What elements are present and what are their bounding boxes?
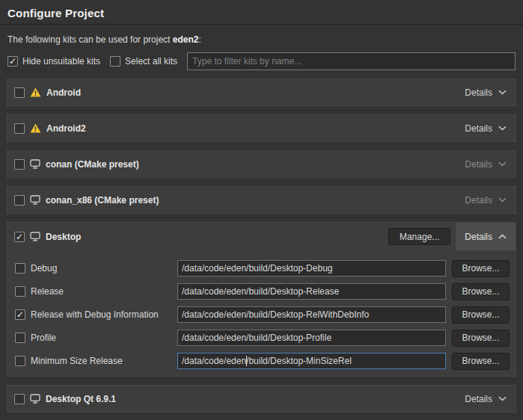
hide-unsuitable-group: Hide unsuitable kits xyxy=(7,56,100,67)
kit-row-desktop-qt: Desktop Qt 6.9.1 Details xyxy=(7,385,516,413)
filter-controls: Hide unsuitable kits Select all kits xyxy=(7,52,516,70)
details-label: Details xyxy=(465,195,492,206)
browse-button[interactable]: Browse... xyxy=(452,283,510,300)
kit-name: Desktop xyxy=(46,232,81,242)
build-dir-input-wrap xyxy=(177,353,446,369)
browse-button[interactable]: Browse... xyxy=(452,306,510,324)
desktop-icon xyxy=(30,159,40,169)
details-label: Details xyxy=(465,394,492,404)
build-config-row-minsizerel: Minimum Size Release Browse... xyxy=(15,353,510,369)
build-config-checkbox[interactable] xyxy=(15,286,25,297)
warning-icon xyxy=(30,87,41,97)
details-toggle[interactable]: Details xyxy=(456,79,516,105)
desktop-icon xyxy=(30,195,40,205)
kit-checkbox[interactable] xyxy=(14,159,25,170)
build-config-label: Release with Debug Information xyxy=(31,309,177,320)
text-caret xyxy=(246,356,247,366)
kit-row-conan-x86: conan_x86 (CMake preset) Details xyxy=(7,186,516,214)
build-config-row-release: Release Browse... xyxy=(15,283,510,300)
intro-suffix: : xyxy=(198,34,201,45)
kit-name: conan_x86 (CMake preset) xyxy=(46,195,159,206)
kit-row-desktop: Desktop Manage... Details xyxy=(7,223,516,250)
select-all-group: Select all kits xyxy=(110,56,177,67)
build-dir-input-wrap xyxy=(177,260,446,277)
chevron-down-icon xyxy=(498,161,507,167)
intro-prefix: The following kits can be used for proje… xyxy=(7,34,173,45)
browse-button[interactable]: Browse... xyxy=(452,353,510,370)
build-config-label: Profile xyxy=(31,333,177,343)
kit-name: Android xyxy=(46,87,81,98)
kit-name: Desktop Qt 6.9.1 xyxy=(46,394,116,404)
select-all-label: Select all kits xyxy=(125,56,177,67)
details-toggle[interactable]: Details xyxy=(456,223,516,250)
kit-list: Android Details Android2 Details conan (… xyxy=(7,78,516,413)
details-toggle[interactable]: Details xyxy=(456,115,516,141)
warning-icon xyxy=(30,123,41,133)
project-name: eden2 xyxy=(173,34,199,45)
kit-checkbox[interactable] xyxy=(14,232,25,242)
desktop-icon xyxy=(30,232,40,241)
build-dir-input[interactable] xyxy=(177,283,446,300)
kit-name: Android2 xyxy=(46,123,86,134)
chevron-down-icon xyxy=(498,90,507,95)
intro-text: The following kits can be used for proje… xyxy=(7,34,516,45)
hide-unsuitable-checkbox[interactable] xyxy=(7,56,18,67)
details-label: Details xyxy=(465,123,492,134)
details-toggle[interactable]: Details xyxy=(456,151,516,177)
details-label: Details xyxy=(465,232,492,242)
build-dir-input[interactable] xyxy=(177,260,446,277)
chevron-down-icon xyxy=(498,396,507,401)
kit-name: conan (CMake preset) xyxy=(46,159,139,170)
build-config-label: Release xyxy=(31,286,177,297)
kit-checkbox[interactable] xyxy=(14,123,25,134)
details-toggle[interactable]: Details xyxy=(456,386,516,412)
kit-checkbox[interactable] xyxy=(14,87,25,98)
build-config-label: Debug xyxy=(31,263,177,274)
kit-row-android2: Android2 Details xyxy=(7,114,516,142)
chevron-up-icon xyxy=(498,234,507,239)
chevron-down-icon xyxy=(498,126,507,131)
kit-row-android: Android Details xyxy=(7,78,516,106)
dialog-header: Configure Project xyxy=(0,0,523,25)
details-label: Details xyxy=(465,87,492,98)
kit-checkbox[interactable] xyxy=(14,195,25,206)
kit-checkbox[interactable] xyxy=(14,394,25,404)
build-config-checkbox[interactable] xyxy=(15,309,25,320)
filter-input-wrap xyxy=(187,52,516,70)
build-config-label: Minimum Size Release xyxy=(31,356,177,366)
build-config-row-debug: Debug Browse... xyxy=(15,260,510,277)
browse-button[interactable]: Browse... xyxy=(452,330,510,347)
browse-button[interactable]: Browse... xyxy=(452,260,510,277)
build-config-checkbox[interactable] xyxy=(15,333,25,343)
build-dir-input-focused[interactable] xyxy=(177,353,446,369)
manage-kits-button[interactable]: Manage... xyxy=(388,228,450,245)
build-dir-input-wrap xyxy=(177,330,446,346)
details-toggle[interactable]: Details xyxy=(456,187,516,213)
desktop-icon xyxy=(30,394,40,404)
kit-row-conan: conan (CMake preset) Details xyxy=(7,150,516,178)
select-all-checkbox[interactable] xyxy=(110,56,120,67)
build-dir-input[interactable] xyxy=(177,306,446,323)
chevron-down-icon xyxy=(498,197,507,203)
kit-filter-input[interactable] xyxy=(187,52,516,70)
kit-panel-desktop: Desktop Manage... Details Debug Browse..… xyxy=(7,222,516,377)
details-label: Details xyxy=(465,159,492,170)
build-config-row-relwithdebinfo: Release with Debug Information Browse... xyxy=(15,306,510,323)
build-config-row-profile: Profile Browse... xyxy=(15,330,510,346)
page-title: Configure Project xyxy=(7,7,516,19)
build-dir-input[interactable] xyxy=(177,330,446,346)
hide-unsuitable-label: Hide unsuitable kits xyxy=(22,56,100,67)
build-dir-input-wrap xyxy=(177,306,446,323)
build-dir-input-wrap xyxy=(177,283,446,300)
build-config-checkbox[interactable] xyxy=(15,263,25,274)
build-config-checkbox[interactable] xyxy=(15,356,25,366)
